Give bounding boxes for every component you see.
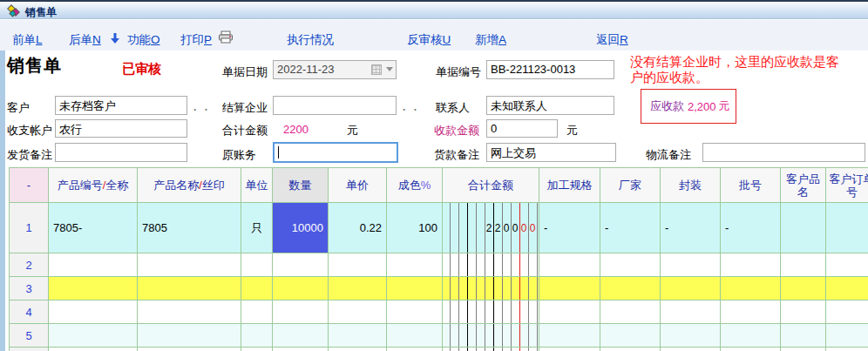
grid-cell-cust_order[interactable]: [826, 324, 868, 348]
grid-cell-pack[interactable]: [661, 348, 721, 351]
grid-cell-lot[interactable]: [721, 348, 781, 351]
grid-cell-purity[interactable]: [387, 324, 443, 348]
grid-cell-name[interactable]: [138, 253, 241, 277]
prev-order-button[interactable]: 前单L: [12, 32, 43, 48]
grid-cell-maker[interactable]: [600, 253, 661, 277]
grid-cell-price[interactable]: [329, 348, 387, 351]
grid-cell-price[interactable]: [329, 277, 387, 300]
grid-header-code[interactable]: 产品编号/全称: [49, 168, 138, 203]
order-no-input[interactable]: BB-221123-0013: [486, 60, 614, 79]
grid-cell-spec[interactable]: [539, 348, 600, 351]
grid-cell-cust_order[interactable]: [826, 277, 868, 300]
printer-icon[interactable]: [218, 30, 234, 44]
execution-status-button[interactable]: 执行情况: [287, 32, 334, 48]
grid-cell-pack[interactable]: [661, 277, 721, 300]
grid-cell-qty[interactable]: [273, 300, 329, 324]
grid-header-amount[interactable]: 合计金额: [443, 168, 539, 203]
grid-cell-cust_name[interactable]: [781, 300, 826, 324]
grid-cell-unit[interactable]: [241, 348, 273, 351]
grid-header-price[interactable]: 单价: [329, 168, 387, 203]
grid-cell-code[interactable]: 7805-: [49, 203, 138, 253]
functions-button[interactable]: 功能O: [127, 32, 160, 48]
customer-input[interactable]: 未存档客户: [55, 96, 187, 115]
grid-cell-qty[interactable]: [273, 253, 329, 277]
date-input[interactable]: 2022-11-23: [273, 60, 397, 79]
date-dropdown-arrow-icon[interactable]: [386, 67, 393, 71]
grid-cell-qty[interactable]: 10000: [273, 203, 329, 253]
grid-cell-unit[interactable]: [241, 324, 273, 348]
grid-cell-code[interactable]: [49, 253, 138, 277]
grid-cell-name[interactable]: [138, 300, 241, 324]
row-number[interactable]: 6: [10, 348, 49, 351]
grid-cell-qty[interactable]: [273, 348, 329, 351]
grid-cell-amount[interactable]: 220000: [443, 203, 539, 253]
grid-cell-purity[interactable]: 100: [387, 203, 443, 253]
grid-cell-unit[interactable]: [241, 277, 273, 300]
grid-header-maker[interactable]: 厂家: [600, 168, 661, 203]
grid-cell-cust_order[interactable]: [826, 300, 868, 324]
grid-cell-amount[interactable]: [443, 277, 539, 300]
row-number[interactable]: 1: [10, 203, 49, 253]
new-button[interactable]: 新增A: [475, 32, 506, 48]
grid-cell-name[interactable]: [138, 277, 241, 300]
grid-cell-pack[interactable]: [661, 324, 721, 348]
grid-cell-qty[interactable]: [273, 277, 329, 300]
grid-cell-code[interactable]: [49, 324, 138, 348]
grid-cell-name[interactable]: [138, 348, 241, 351]
grid-header-pack[interactable]: 封装: [661, 168, 721, 203]
row-number[interactable]: 4: [10, 300, 49, 324]
grid-cell-spec[interactable]: [539, 277, 600, 300]
grid-cell-lot[interactable]: -: [721, 203, 781, 253]
grid-cell-lot[interactable]: [721, 300, 781, 324]
grid-cell-cust_name[interactable]: [781, 253, 826, 277]
grid-cell-price[interactable]: [329, 300, 387, 324]
grid-cell-maker[interactable]: -: [600, 203, 661, 253]
old-account-input[interactable]: [273, 142, 398, 163]
grid-cell-code[interactable]: [49, 300, 138, 324]
grid-cell-cust_order[interactable]: [826, 203, 868, 253]
grid-cell-amount[interactable]: [443, 348, 539, 351]
grid-cell-spec[interactable]: -: [539, 203, 600, 253]
grid-cell-maker[interactable]: [600, 324, 661, 348]
next-order-button[interactable]: 后单N: [69, 32, 101, 48]
grid-cell-lot[interactable]: [721, 324, 781, 348]
grid-header-qty[interactable]: 数量: [273, 168, 329, 203]
grid-cell-cust_name[interactable]: [781, 324, 826, 348]
grid-cell-amount[interactable]: [443, 324, 539, 348]
grid-cell-qty[interactable]: [273, 324, 329, 348]
row-number[interactable]: 3: [10, 277, 49, 300]
account-input[interactable]: 农行: [55, 119, 187, 138]
grid-cell-maker[interactable]: [600, 277, 661, 300]
grid-cell-amount[interactable]: [443, 253, 539, 277]
grid-cell-cust_name[interactable]: [781, 348, 826, 351]
row-number[interactable]: 2: [10, 253, 49, 277]
grid-cell-spec[interactable]: [539, 324, 600, 348]
grid-cell-cust_order[interactable]: [826, 348, 868, 351]
grid-header-cust_order[interactable]: 客户订单号: [826, 168, 868, 203]
grid-cell-purity[interactable]: [387, 253, 443, 277]
grid-cell-price[interactable]: [329, 253, 387, 277]
grid-cell-unit[interactable]: 只: [241, 203, 273, 253]
grid-cell-unit[interactable]: [241, 300, 273, 324]
settle-browse-button[interactable]: . .: [403, 101, 419, 113]
received-amount-input[interactable]: 0: [486, 119, 558, 138]
grid-header-purity[interactable]: 成色%: [387, 168, 443, 203]
unaudit-button[interactable]: 反审核U: [407, 32, 451, 48]
grid-cell-price[interactable]: [329, 324, 387, 348]
grid-cell-pack[interactable]: [661, 300, 721, 324]
grid-cell-code[interactable]: [49, 348, 138, 351]
grid-header-spec[interactable]: 加工规格: [539, 168, 600, 203]
customer-browse-button[interactable]: . .: [193, 101, 210, 113]
grid-cell-cust_name[interactable]: [781, 203, 826, 253]
grid-cell-purity[interactable]: [387, 348, 443, 351]
ship-note-input[interactable]: [55, 143, 187, 162]
grid-cell-purity[interactable]: [387, 300, 443, 324]
grid-cell-unit[interactable]: [241, 253, 273, 277]
logistics-note-input[interactable]: [702, 143, 865, 162]
grid-cell-maker[interactable]: [600, 348, 661, 351]
row-number[interactable]: 5: [10, 324, 49, 348]
grid-header-name[interactable]: 产品名称/丝印: [138, 168, 241, 203]
grid-cell-pack[interactable]: -: [661, 203, 721, 253]
grid-cell-cust_order[interactable]: [826, 253, 868, 277]
grid-cell-amount[interactable]: [443, 300, 539, 324]
